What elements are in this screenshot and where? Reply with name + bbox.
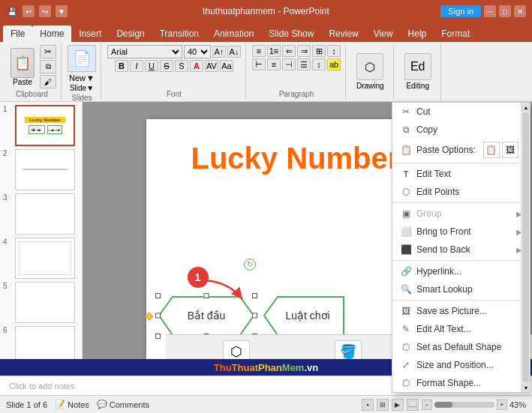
italic-button[interactable]: I: [130, 60, 143, 72]
numbering-btn[interactable]: 1≡: [267, 45, 281, 57]
ctx-send-to-back[interactable]: ⬛ Send to Back ▶: [392, 241, 530, 259]
tab-transition[interactable]: Transition: [152, 25, 206, 42]
minimize-icon[interactable]: ─: [484, 5, 496, 17]
new-slide-button[interactable]: New ▼: [69, 73, 95, 82]
ctx-smart-lookup[interactable]: 🔍 Smart Lookup: [392, 280, 530, 298]
columns-btn[interactable]: ⊞: [312, 45, 326, 57]
zoom-in-btn[interactable]: +: [497, 400, 507, 410]
slide-thumb-5[interactable]: [15, 282, 75, 323]
slideshow-view-btn[interactable]: ▶: [392, 399, 404, 411]
ctx-scrollbar[interactable]: ▲ ▼: [521, 103, 530, 392]
text-direction-btn[interactable]: ↕: [327, 45, 341, 57]
reading-view-btn[interactable]: 📖: [407, 399, 419, 411]
paste-opt-2[interactable]: 🖼: [502, 142, 518, 158]
ctx-set-default-shape[interactable]: ⬡ Set as Default Shape: [392, 338, 530, 356]
tab-animation[interactable]: Animation: [206, 25, 261, 42]
tab-file[interactable]: File: [3, 25, 32, 42]
ctx-cut[interactable]: ✂ Cut: [392, 103, 530, 121]
font-increase-btn[interactable]: A↑: [212, 46, 226, 58]
align-left-btn[interactable]: ⊢: [252, 58, 266, 70]
outline-view-btn[interactable]: ⊞: [377, 399, 389, 411]
tab-view[interactable]: View: [366, 25, 401, 42]
underline-button[interactable]: U: [145, 60, 158, 72]
slide-thumb-1[interactable]: Lucky Number Bắt đầu Luật chơi: [15, 105, 75, 146]
ctx-edit-points[interactable]: ⬡ Edit Points: [392, 183, 530, 201]
shape-luat-choi[interactable]: Luật chơi: [263, 295, 345, 337]
zoom-out-btn[interactable]: −: [422, 400, 432, 410]
save-icon[interactable]: 💾: [6, 5, 18, 17]
maximize-icon[interactable]: □: [499, 5, 511, 17]
ctx-format-shape[interactable]: ⬡ Format Shape...: [392, 374, 530, 392]
ctx-hyperlink[interactable]: 🔗 Hyperlink...: [392, 262, 530, 280]
copy-button[interactable]: ⧉: [40, 60, 56, 73]
notes-icon: 📝: [55, 400, 65, 409]
bullets-btn[interactable]: ≡: [252, 45, 266, 57]
ribbon-tabs: File Home Insert Design Transition Anima…: [0, 22, 532, 42]
normal-view-btn[interactable]: ▪: [362, 399, 374, 411]
shadow-button[interactable]: S: [175, 60, 188, 72]
slide-item-5[interactable]: 5: [3, 282, 79, 323]
slide-item-2[interactable]: 2: [3, 149, 79, 190]
customize-icon[interactable]: ▼: [56, 5, 68, 17]
slide-thumb-2[interactable]: [15, 149, 75, 190]
line-spacing-btn[interactable]: ↕: [312, 58, 326, 70]
ctx-paste-options[interactable]: 📋 Paste Options: 📋 🖼: [392, 139, 530, 161]
scroll-down-btn[interactable]: ▼: [521, 383, 530, 392]
shape-bat-dau[interactable]: Bắt đầu: [158, 295, 255, 337]
ctx-save-as-picture[interactable]: 🖼 Save as Picture...: [392, 302, 530, 320]
paste-button[interactable]: 📋 Paste: [8, 46, 38, 88]
comments-btn[interactable]: 💬 Comments: [97, 400, 149, 409]
shape-adjuster[interactable]: [145, 313, 153, 321]
ctx-copy[interactable]: ⧉ Copy: [392, 121, 530, 139]
tab-review[interactable]: Review: [321, 25, 365, 42]
scroll-up-btn[interactable]: ▲: [521, 103, 530, 112]
undo-icon[interactable]: ↩: [23, 5, 35, 17]
slide-item-4[interactable]: 4: [3, 238, 79, 279]
drawing-button[interactable]: ⬡ Drawing: [352, 52, 389, 91]
highlight-btn[interactable]: ab: [327, 58, 341, 70]
slide-item-1[interactable]: 1 Lucky Number Bắt đầu Luật chơi: [3, 105, 79, 146]
ctx-group[interactable]: ▣ Group ▶: [392, 205, 530, 223]
slide-thumb-4[interactable]: [15, 238, 75, 279]
tab-home[interactable]: Home: [32, 25, 71, 42]
strikethrough-button[interactable]: S: [160, 60, 173, 72]
zoom-bar[interactable]: [434, 402, 494, 408]
editing-button[interactable]: Ed Editing: [400, 52, 436, 91]
rotate-handle[interactable]: ↻: [244, 259, 256, 271]
tab-slideshow[interactable]: Slide Show: [261, 25, 321, 42]
paste-opt-1[interactable]: 📋: [483, 142, 500, 158]
tab-help[interactable]: Help: [401, 25, 434, 42]
format-painter-button[interactable]: 🖌: [40, 75, 56, 88]
slide-item-3[interactable]: 3: [3, 193, 79, 235]
char-spacing-btn[interactable]: AV: [205, 60, 218, 72]
ctx-edit-text[interactable]: T Edit Text: [392, 165, 530, 183]
indent-increase-btn[interactable]: ⇒: [297, 45, 311, 57]
close-icon[interactable]: ✕: [514, 5, 526, 17]
font-size-select[interactable]: 40: [184, 45, 211, 58]
sign-in-button[interactable]: Sign in: [440, 5, 481, 17]
ctx-format-shape-label: Format Shape...: [416, 378, 481, 388]
hexagon-svg: Bắt đầu: [158, 295, 255, 337]
font-name-select[interactable]: Arial: [107, 45, 182, 58]
send-to-back-icon: ⬛: [400, 244, 412, 256]
font-color-btn[interactable]: A: [190, 60, 203, 72]
change-case-btn[interactable]: Aa: [220, 60, 233, 72]
align-right-btn[interactable]: ⊣: [282, 58, 296, 70]
tab-insert[interactable]: Insert: [71, 25, 109, 42]
slide-thumb-3[interactable]: [15, 193, 75, 235]
notes-btn[interactable]: 📝 Notes: [55, 400, 89, 409]
tab-format[interactable]: Format: [434, 25, 477, 42]
ctx-edit-alt-text[interactable]: ✎ Edit Alt Text...: [392, 320, 530, 338]
svg-text:Luật chơi: Luật chơi: [285, 310, 329, 322]
tab-design[interactable]: Design: [109, 25, 152, 42]
indent-decrease-btn[interactable]: ⇐: [282, 45, 296, 57]
scroll-thumb[interactable]: [522, 112, 529, 382]
ctx-size-position[interactable]: ⤢ Size and Position...: [392, 356, 530, 374]
bold-button[interactable]: B: [115, 60, 128, 72]
ctx-bring-to-front[interactable]: ⬜ Bring to Front ▶: [392, 223, 530, 241]
align-center-btn[interactable]: ≡: [267, 58, 281, 70]
redo-icon[interactable]: ↪: [39, 5, 51, 17]
justify-btn[interactable]: ☰: [297, 58, 311, 70]
cut-button[interactable]: ✂: [40, 45, 56, 58]
font-decrease-btn[interactable]: A↓: [227, 46, 241, 58]
